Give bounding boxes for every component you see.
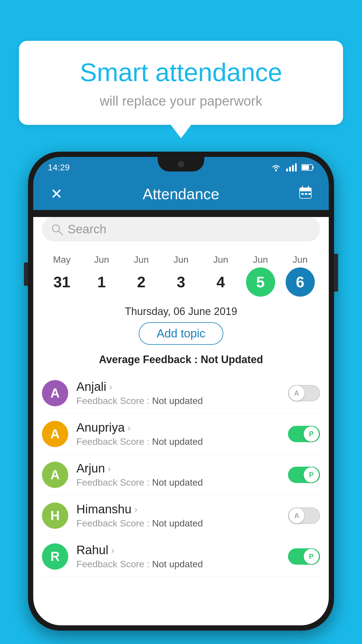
background: Smart attendance will replace your paper…	[0, 0, 362, 644]
toggle-knob: A	[289, 386, 304, 401]
avatar: H	[42, 503, 68, 529]
close-icon: ✕	[50, 186, 63, 202]
student-item: AArjun›Feedback Score : Not updatedP	[42, 454, 320, 495]
cal-month-label: Jun	[94, 254, 109, 265]
cal-date-number: 2	[127, 267, 156, 297]
phone-outer: 14:29	[28, 152, 334, 631]
svg-rect-6	[302, 165, 309, 170]
cal-date-number: 3	[166, 267, 196, 297]
feedback-score: Feedback Score : Not updated	[76, 477, 280, 488]
svg-rect-9	[300, 188, 311, 191]
attendance-toggle[interactable]: P	[288, 548, 320, 565]
calendar-day[interactable]: May31	[47, 254, 76, 297]
feedback-score: Feedback Score : Not updated	[76, 396, 280, 406]
student-info: Arjun›Feedback Score : Not updated	[76, 461, 280, 488]
avatar: A	[42, 421, 68, 447]
cal-date-number: 31	[47, 267, 76, 297]
cal-date-number: 4	[206, 267, 235, 297]
calendar-day[interactable]: Jun5	[246, 254, 275, 297]
calendar-day[interactable]: Jun4	[206, 254, 235, 297]
app-bar: ✕ Attendance	[33, 178, 329, 210]
student-info: Anupriya›Feedback Score : Not updated	[76, 421, 280, 447]
svg-rect-13	[305, 193, 307, 195]
attendance-toggle[interactable]: A	[288, 385, 320, 401]
search-placeholder: Search	[68, 222, 311, 236]
svg-line-16	[59, 231, 62, 235]
toggle-knob: P	[304, 467, 319, 482]
feedback-score: Feedback Score : Not updated	[76, 559, 280, 570]
chevron-right-icon: ›	[108, 463, 111, 474]
student-name[interactable]: Anupriya›	[76, 421, 280, 435]
chevron-right-icon: ›	[128, 422, 131, 433]
cal-month-label: Jun	[173, 254, 189, 265]
notch	[158, 157, 204, 172]
phone-wrapper: 14:29	[28, 152, 334, 631]
svg-point-0	[275, 169, 277, 171]
wifi-icon	[270, 163, 282, 172]
cal-date-number: 5	[246, 267, 275, 297]
feedback-score: Feedback Score : Not updated	[76, 518, 280, 529]
phone-inner: 14:29	[33, 157, 329, 625]
cal-month-label: Jun	[134, 254, 149, 265]
attendance-toggle[interactable]: P	[288, 467, 320, 483]
cal-month-label: Jun	[293, 254, 308, 265]
cal-date-number: 1	[87, 267, 116, 297]
chevron-right-icon: ›	[134, 504, 138, 515]
student-name[interactable]: Arjun›	[76, 461, 280, 475]
calendar-button[interactable]	[297, 186, 314, 202]
toggle-knob: P	[304, 426, 319, 442]
avg-feedback: Average Feedback : Not Updated	[33, 351, 329, 373]
selected-date-label: Thursday, 06 June 2019	[33, 300, 329, 322]
feedback-score: Feedback Score : Not updated	[76, 436, 280, 447]
svg-rect-3	[292, 165, 294, 172]
calendar-icon	[298, 186, 312, 200]
student-info: Rahul›Feedback Score : Not updated	[76, 543, 280, 570]
student-name[interactable]: Himanshu›	[76, 502, 280, 516]
close-button[interactable]: ✕	[48, 186, 65, 202]
svg-rect-4	[295, 163, 297, 172]
speech-bubble-wrapper: Smart attendance will replace your paper…	[19, 41, 343, 125]
bubble-subtitle: will replace your paperwork	[34, 93, 328, 109]
app-bar-title: Attendance	[65, 185, 297, 203]
search-icon	[51, 223, 63, 235]
chevron-right-icon: ›	[109, 382, 113, 392]
svg-rect-7	[312, 166, 314, 169]
student-item: AAnjali›Feedback Score : Not updatedA	[42, 373, 320, 414]
notch-camera	[178, 161, 184, 167]
calendar-day[interactable]: Jun6	[286, 254, 315, 297]
signal-icon	[286, 163, 297, 172]
cal-date-number: 6	[286, 267, 315, 297]
calendar-day[interactable]: Jun1	[87, 254, 116, 297]
calendar-day[interactable]: Jun3	[166, 254, 196, 297]
attendance-toggle[interactable]: A	[288, 508, 320, 524]
battery-icon	[301, 164, 314, 171]
student-info: Himanshu›Feedback Score : Not updated	[76, 502, 280, 529]
student-name[interactable]: Rahul›	[76, 543, 280, 557]
cal-month-label: Jun	[213, 254, 228, 265]
cal-month-label: Jun	[253, 254, 268, 265]
cal-month-label: May	[53, 254, 71, 265]
avatar: A	[42, 462, 68, 488]
avatar: R	[42, 543, 68, 570]
student-list: AAnjali›Feedback Score : Not updatedAAAn…	[33, 373, 329, 577]
student-info: Anjali›Feedback Score : Not updated	[76, 380, 280, 406]
speech-bubble: Smart attendance will replace your paper…	[19, 41, 343, 125]
chevron-right-icon: ›	[111, 545, 115, 556]
attendance-toggle[interactable]: P	[288, 426, 320, 442]
add-topic-button[interactable]: Add topic	[139, 322, 224, 345]
svg-rect-1	[286, 169, 288, 172]
svg-rect-12	[301, 193, 304, 195]
svg-rect-2	[289, 167, 291, 172]
student-item: HHimanshu›Feedback Score : Not updatedA	[42, 495, 320, 536]
bubble-title: Smart attendance	[34, 58, 328, 87]
student-item: AAnupriya›Feedback Score : Not updatedP	[42, 414, 320, 454]
toggle-knob: A	[289, 508, 304, 523]
student-item: RRahul›Feedback Score : Not updatedP	[42, 536, 320, 577]
calendar-day[interactable]: Jun2	[127, 254, 156, 297]
student-name[interactable]: Anjali›	[76, 380, 280, 394]
status-icons	[270, 163, 314, 172]
screen-content: Search May31Jun1Jun2Jun3Jun4Jun5Jun6 Thu…	[33, 217, 329, 625]
calendar-strip: May31Jun1Jun2Jun3Jun4Jun5Jun6	[33, 249, 329, 300]
search-bar[interactable]: Search	[42, 217, 320, 242]
avatar: A	[42, 380, 68, 406]
